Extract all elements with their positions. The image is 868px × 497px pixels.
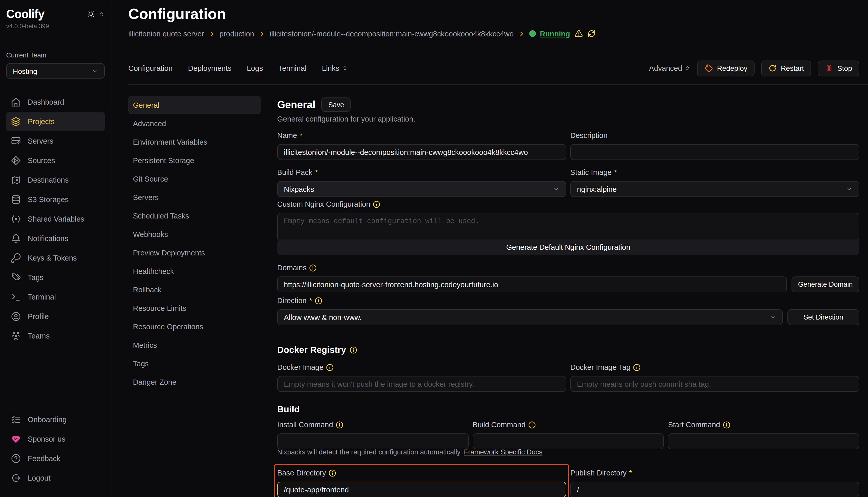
subnav-item-rollback[interactable]: Rollback xyxy=(128,281,261,299)
tab-logs[interactable]: Logs xyxy=(247,64,263,72)
static-image-select[interactable]: nginx:alpine xyxy=(570,181,859,197)
start-command-input[interactable] xyxy=(668,434,859,449)
sidebar-item-tags[interactable]: Tags xyxy=(6,268,105,287)
general-heading-row: General Save xyxy=(277,97,859,112)
header-divider xyxy=(128,84,868,85)
chevrons-up-down-icon xyxy=(342,65,348,71)
stop-button[interactable]: Stop xyxy=(818,60,859,76)
custom-nginx-textarea[interactable] xyxy=(277,213,859,241)
breadcrumb-application[interactable]: illicitestonion/-module--decomposition:m… xyxy=(270,29,513,38)
sidebar-item-teams[interactable]: Teams xyxy=(6,326,105,346)
breadcrumb-environment[interactable]: production xyxy=(219,29,254,38)
subnav-item-tags[interactable]: Tags xyxy=(128,354,261,373)
subnav-item-webhooks[interactable]: Webhooks xyxy=(128,225,261,244)
info-icon[interactable] xyxy=(336,421,343,428)
name-description-row: Name * Description xyxy=(277,130,859,160)
build-commands-row: Install Command Build Command Start Comm… xyxy=(277,420,859,449)
subnav-item-servers[interactable]: Servers xyxy=(128,188,261,207)
theme-toggle-sun-icon[interactable] xyxy=(87,10,95,18)
refresh-icon[interactable] xyxy=(587,29,596,38)
info-icon[interactable] xyxy=(349,346,357,354)
domains-input[interactable] xyxy=(277,276,787,292)
sidebar-item-terminal[interactable]: Terminal xyxy=(6,287,105,307)
info-icon[interactable] xyxy=(329,469,336,477)
info-icon[interactable] xyxy=(326,364,334,371)
status-badge[interactable]: Running xyxy=(540,29,570,38)
info-icon[interactable] xyxy=(528,421,536,428)
sidebar-item-dashboard[interactable]: Dashboard xyxy=(6,92,105,112)
redeploy-button[interactable]: Redeploy xyxy=(697,60,755,76)
tab-links[interactable]: Links xyxy=(322,64,348,72)
subnav-item-resource-limits[interactable]: Resource Limits xyxy=(128,299,261,317)
team-select[interactable]: Hosting xyxy=(6,63,105,79)
info-icon[interactable] xyxy=(309,264,317,272)
info-icon[interactable] xyxy=(633,364,641,371)
subnav-item-advanced[interactable]: Advanced xyxy=(128,114,261,133)
chevrons-up-down-icon xyxy=(684,65,690,71)
sidebar-bottom-nav: Onboarding Sponsor us Feedback Logout xyxy=(6,410,105,488)
chevron-down-icon xyxy=(769,314,776,321)
direction-field: Direction * Allow www & non-www. Set Dir… xyxy=(277,295,859,325)
subnav-item-general[interactable]: General xyxy=(128,96,261,114)
docker-image-input[interactable] xyxy=(277,376,566,392)
tab-deployments[interactable]: Deployments xyxy=(188,64,232,72)
static-image-label: Static Image xyxy=(570,168,611,176)
sidebar-item-notifications[interactable]: Notifications xyxy=(6,229,105,248)
sidebar-item-shared-variables[interactable]: Shared Variables xyxy=(6,209,105,229)
warning-icon[interactable] xyxy=(574,29,583,38)
info-icon[interactable] xyxy=(315,297,322,304)
sidebar-item-s3-storages[interactable]: S3 Storages xyxy=(6,190,105,209)
save-button[interactable]: Save xyxy=(321,97,351,112)
direction-select[interactable]: Allow www & non-www. xyxy=(277,309,783,325)
sidebar-item-servers[interactable]: Servers xyxy=(6,131,105,151)
server-icon xyxy=(11,136,21,146)
sidebar-item-onboarding[interactable]: Onboarding xyxy=(6,410,105,429)
tab-configuration[interactable]: Configuration xyxy=(128,64,173,72)
chevron-right-icon xyxy=(208,30,215,37)
app-logo: Coolify xyxy=(6,7,44,21)
buildpack-staticimage-row: Build Pack * Nixpacks Static Image * ngi… xyxy=(277,167,859,197)
install-command-input[interactable] xyxy=(277,434,468,449)
framework-docs-link[interactable]: Framework Specific Docs xyxy=(464,448,542,456)
sidebar-item-destinations[interactable]: Destinations xyxy=(6,170,105,190)
install-command-label: Install Command xyxy=(277,421,333,429)
subnav-item-persistent-storage[interactable]: Persistent Storage xyxy=(128,151,261,170)
sidebar-item-sources[interactable]: Sources xyxy=(6,151,105,170)
sidebar-item-keys-tokens[interactable]: Keys & Tokens xyxy=(6,248,105,268)
advanced-dropdown[interactable]: Advanced xyxy=(649,64,690,72)
tab-terminal[interactable]: Terminal xyxy=(278,64,307,72)
map-icon xyxy=(11,175,21,185)
general-subtitle: General configuration for your applicati… xyxy=(277,115,859,123)
chevron-down-icon xyxy=(846,186,853,192)
generate-domain-button[interactable]: Generate Domain xyxy=(791,276,859,292)
name-input[interactable] xyxy=(277,144,566,160)
sidebar-item-feedback[interactable]: Feedback xyxy=(6,449,105,468)
subnav-item-danger-zone[interactable]: Danger Zone xyxy=(128,373,261,391)
subnav-item-scheduled-tasks[interactable]: Scheduled Tasks xyxy=(128,207,261,225)
description-input[interactable] xyxy=(570,144,859,160)
restart-icon xyxy=(768,64,777,72)
subnav-item-healthcheck[interactable]: Healthcheck xyxy=(128,262,261,281)
info-icon[interactable] xyxy=(373,200,381,208)
subnav-item-resource-operations[interactable]: Resource Operations xyxy=(128,317,261,336)
theme-chevrons-icon[interactable] xyxy=(99,11,105,17)
sidebar-item-logout[interactable]: Logout xyxy=(6,468,105,488)
subnav-item-environment-variables[interactable]: Environment Variables xyxy=(128,133,261,151)
breadcrumb-project[interactable]: illicitonion quote server xyxy=(128,29,204,38)
subnav-item-preview-deployments[interactable]: Preview Deployments xyxy=(128,244,261,262)
info-icon[interactable] xyxy=(723,421,730,428)
publish-directory-input[interactable] xyxy=(570,482,859,497)
subnav-item-metrics[interactable]: Metrics xyxy=(128,336,261,354)
general-form: General Save General configuration for y… xyxy=(277,97,859,497)
subnav-item-git-source[interactable]: Git Source xyxy=(128,170,261,188)
build-command-input[interactable] xyxy=(472,434,664,449)
sidebar-item-projects[interactable]: Projects xyxy=(6,112,105,131)
build-pack-select[interactable]: Nixpacks xyxy=(277,181,566,197)
generate-nginx-button[interactable]: Generate Default Nginx Configuration xyxy=(277,240,859,255)
sidebar-item-sponsor-us[interactable]: Sponsor us xyxy=(6,429,105,449)
base-directory-input[interactable] xyxy=(277,482,566,497)
set-direction-button[interactable]: Set Direction xyxy=(787,309,859,325)
docker-image-tag-input[interactable] xyxy=(570,376,859,392)
sidebar-item-profile[interactable]: Profile xyxy=(6,307,105,326)
restart-button[interactable]: Restart xyxy=(761,60,811,76)
